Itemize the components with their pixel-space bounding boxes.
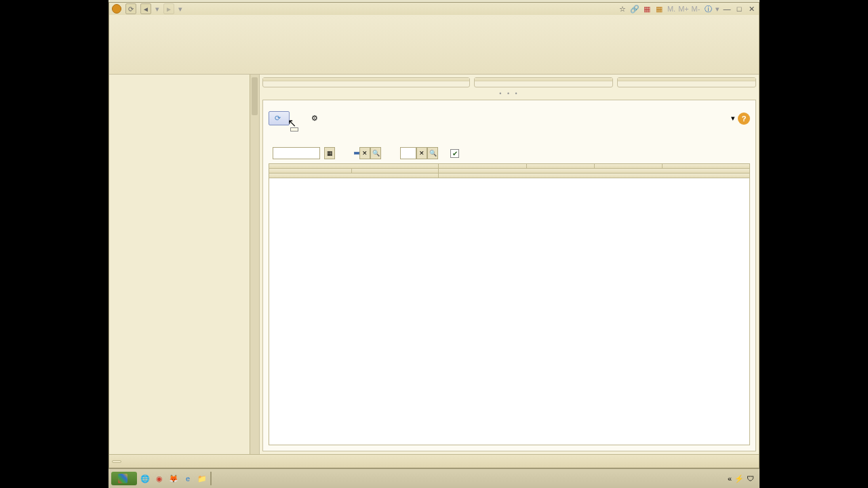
ie-icon[interactable]: e	[182, 472, 194, 485]
content-toolbar: ⟳ ⚙ ▾ ? ↖	[269, 111, 750, 129]
star-icon[interactable]: ☆	[618, 4, 627, 14]
col-method[interactable]	[439, 164, 527, 168]
system-tray: « ⚡ 🛡	[728, 474, 757, 483]
firefox-icon[interactable]: 🦊	[167, 472, 180, 485]
col-characteristic[interactable]	[352, 169, 439, 173]
method-search-button[interactable]: 🔍	[427, 147, 438, 159]
col-sklad[interactable]	[269, 164, 439, 168]
bottom-bar	[109, 454, 759, 468]
col-details[interactable]	[269, 174, 439, 178]
taskbar: 🌐 ◉ 🦊 e 📁 « ⚡ 🛡	[108, 468, 760, 488]
col-overdue[interactable]	[527, 164, 595, 168]
gear-icon: ⚙	[311, 114, 318, 123]
close-button[interactable]: ✕	[747, 4, 756, 14]
tray-icon[interactable]: ⚡	[734, 474, 744, 483]
m-icon[interactable]: M.	[667, 4, 676, 14]
quick-service-group	[617, 77, 756, 87]
period-input[interactable]	[273, 147, 320, 159]
app-logo-icon	[112, 4, 121, 14]
sklad-clear-button[interactable]: ✕	[359, 147, 370, 159]
nav-forward-icon[interactable]: ►	[163, 3, 174, 14]
content-panel: ⟳ ⚙ ▾ ? ↖	[262, 100, 756, 451]
settings-button[interactable]: ⚙	[306, 112, 326, 125]
method-clear-button[interactable]: ✕	[416, 147, 427, 159]
col-nomenclature[interactable]	[269, 169, 352, 173]
start-button[interactable]	[111, 472, 137, 485]
quick-reports-group	[474, 77, 613, 87]
quick-create-group	[262, 77, 470, 87]
calendar-icon[interactable]: ▦	[654, 4, 664, 14]
page-title	[269, 106, 750, 111]
refresh-button[interactable]: ⟳	[269, 111, 290, 125]
period-calendar-button[interactable]: ▦	[324, 147, 335, 159]
filter-row: ▦ ✕ 🔍 ✕ 🔍	[269, 143, 750, 163]
help-icon[interactable]: ?	[738, 113, 750, 125]
minimize-button[interactable]: —	[722, 4, 732, 14]
folder-icon[interactable]: 📁	[196, 472, 208, 485]
main-area: • • • ⟳ ⚙	[260, 75, 759, 454]
section-tabs	[109, 15, 759, 75]
info-icon[interactable]: ⓘ	[703, 4, 713, 14]
calc-icon[interactable]: ▦	[642, 4, 652, 14]
nav-back-icon[interactable]: ◄	[140, 3, 151, 14]
m-minus-icon[interactable]: M-	[691, 4, 701, 14]
titlebar: ⟳ ◄ ▾ ► ▾ ☆ 🔗 ▦ ▦ M. M+ M- ⓘ ▾ — □ ✕	[109, 3, 759, 15]
refresh-icon: ⟳	[275, 114, 281, 123]
col-toorder[interactable]	[663, 164, 749, 168]
refresh-tooltip	[290, 127, 298, 131]
status-link-line: ца остат	[269, 129, 750, 140]
m-plus-icon[interactable]: M+	[679, 4, 688, 14]
only-order-checkbox[interactable]: ✔	[450, 149, 459, 158]
tray-expand-icon[interactable]: «	[728, 474, 732, 483]
tray-icon2[interactable]: 🛡	[747, 474, 754, 483]
sklad-search-button[interactable]: 🔍	[370, 147, 381, 159]
link-icon[interactable]: 🔗	[630, 4, 639, 14]
recommendations-button[interactable]	[292, 117, 303, 121]
sklad-field[interactable]	[354, 152, 359, 155]
nav-panel	[109, 75, 260, 454]
app-window: ⟳ ◄ ▾ ► ▾ ☆ 🔗 ▦ ▦ M. M+ M- ⓘ ▾ — □ ✕	[108, 2, 760, 468]
chrome2-icon[interactable]: ◉	[153, 472, 165, 485]
data-grid[interactable]	[269, 163, 750, 445]
col-deficit[interactable]	[595, 164, 663, 168]
nav-refresh-icon[interactable]: ⟳	[125, 3, 136, 14]
all-actions-button[interactable]: ▾	[731, 114, 735, 123]
maximize-button[interactable]: □	[734, 4, 744, 14]
method-field[interactable]	[400, 147, 416, 159]
windows-logo-icon	[118, 474, 127, 483]
chrome-icon[interactable]: 🌐	[139, 472, 151, 485]
history-button[interactable]	[112, 460, 121, 463]
nav-scrollbar[interactable]	[250, 75, 259, 454]
